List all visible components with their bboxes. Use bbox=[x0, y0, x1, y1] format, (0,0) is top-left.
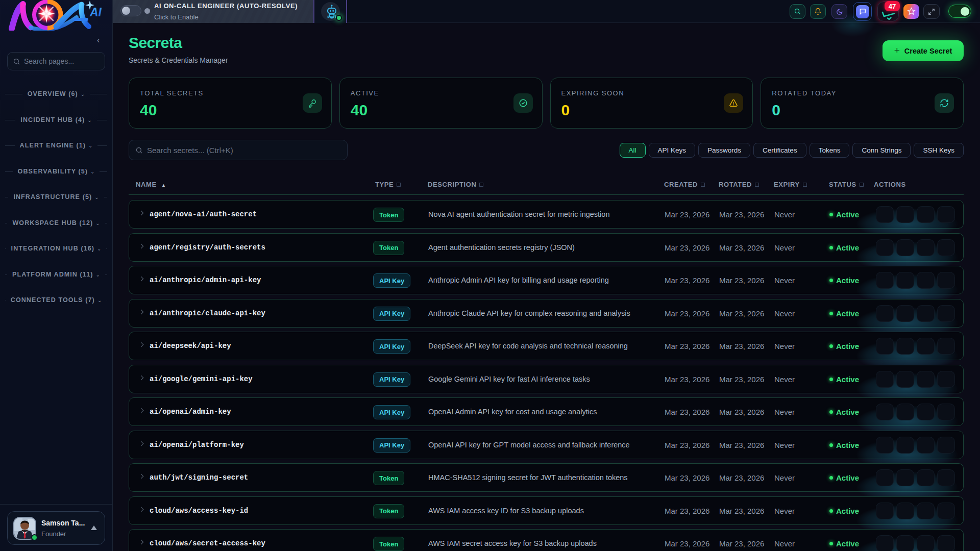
svg-text:AI: AI bbox=[89, 6, 102, 19]
